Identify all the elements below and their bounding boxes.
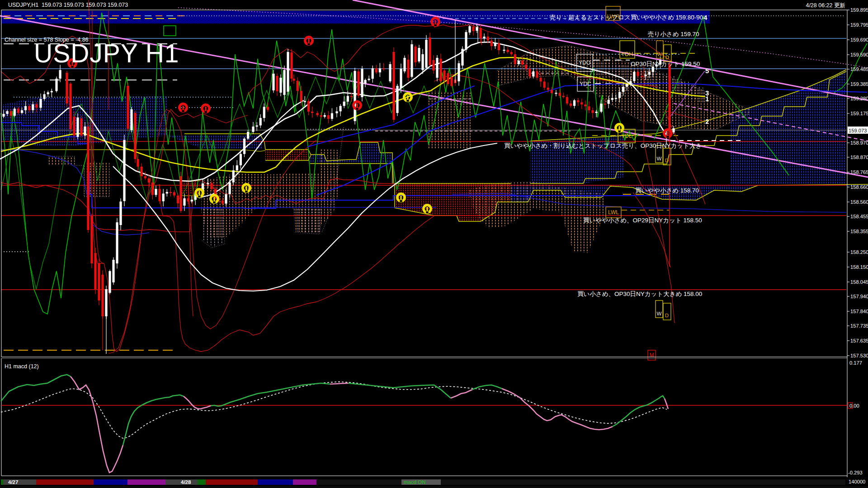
svg-text:買いやや小さめ、OP29日NYカット 158.50: 買いやや小さめ、OP29日NYカット 158.50 (583, 217, 702, 224)
svg-text:USDJPY H1: USDJPY H1 (34, 39, 179, 68)
svg-text:159.690: 159.690 (850, 37, 868, 42)
svg-text:5: 5 (705, 67, 709, 75)
svg-text:-0.293: -0.293 (848, 470, 863, 475)
svg-text:159.795: 159.795 (850, 22, 868, 28)
svg-text:4/28 06:22 更新: 4/28 06:22 更新 (806, 2, 845, 9)
svg-text:買いやや小さめ・割り込むとストップロス売り、OP30日NYカ: 買いやや小さめ・割り込むとストップロス売り、OP30日NYカット大き・ (504, 142, 708, 149)
svg-text:158.660: 158.660 (850, 184, 868, 190)
svg-text:158.045: 158.045 (850, 279, 868, 285)
svg-text:W: W (657, 156, 662, 161)
svg-text:159.485: 159.485 (850, 66, 868, 72)
svg-text:157.840: 157.840 (850, 309, 868, 314)
svg-text:USDJPY,H1 159.073 159.073 159: USDJPY,H1 159.073 159.073 159.073 159.07… (8, 2, 128, 8)
svg-text:YDH: YDH (621, 51, 633, 57)
svg-text:W: W (657, 52, 662, 57)
svg-text:売り：超えるとストップロス買いやや小さめ 159.80-90: 売り：超えるとストップロス買いやや小さめ 159.80-90 (550, 14, 703, 21)
svg-text:D: D (665, 313, 669, 318)
svg-text:158.455: 158.455 (850, 214, 868, 219)
svg-text:159.590: 159.590 (850, 52, 868, 57)
svg-text:158.150: 158.150 (850, 264, 868, 270)
svg-text:H1 macd (12): H1 macd (12) (5, 363, 39, 370)
svg-text:1: 1 (705, 95, 709, 103)
svg-text:YDO: YDO (579, 60, 590, 66)
svg-text:LWL: LWL (608, 209, 619, 216)
svg-text:157.530: 157.530 (850, 353, 868, 358)
svg-text:D: D (665, 158, 669, 163)
svg-text:158.765: 158.765 (850, 169, 868, 175)
svg-text:158.355: 158.355 (850, 229, 868, 234)
svg-text:157.735: 157.735 (850, 323, 868, 328)
svg-text:157.940: 157.940 (850, 294, 868, 299)
svg-text:158.970: 158.970 (850, 140, 868, 145)
svg-text:買い小さめ、OP30日NYカット大きめ 158.00: 買い小さめ、OP30日NYカット大きめ 158.00 (577, 291, 702, 297)
svg-text:158.250: 158.250 (850, 249, 868, 255)
svg-text:0.00: 0.00 (849, 403, 859, 408)
svg-text:159.385: 159.385 (850, 81, 868, 87)
svg-text:2: 2 (705, 117, 709, 125)
svg-text:158.560: 158.560 (850, 199, 868, 205)
svg-text:W: W (657, 311, 662, 316)
svg-text:D: D (665, 55, 669, 60)
svg-text:macd ON: macd ON (404, 479, 426, 485)
svg-text:140000: 140000 (849, 479, 865, 484)
svg-text:158.870: 158.870 (850, 155, 868, 160)
svg-text:0.177: 0.177 (849, 360, 862, 366)
svg-text:売り小さめ 159.70: 売り小さめ 159.70 (648, 31, 699, 38)
svg-text:OP30日NYカット 159.50: OP30日NYカット 159.50 (631, 61, 700, 67)
svg-text:YDC: YDC (580, 81, 591, 87)
svg-text:159.175: 159.175 (850, 111, 868, 116)
svg-text:YDL: YDL (621, 133, 632, 139)
svg-text:4/27: 4/27 (8, 479, 18, 485)
svg-text:4: 4 (703, 14, 708, 21)
svg-text:159.280: 159.280 (850, 96, 868, 101)
svg-text:買いやや小さめ 158.70: 買いやや小さめ 158.70 (635, 187, 699, 194)
svg-text:157.635: 157.635 (850, 338, 868, 343)
svg-text:M: M (650, 352, 654, 358)
svg-text:4/28: 4/28 (181, 479, 191, 485)
svg-text:159.073: 159.073 (849, 128, 867, 133)
svg-text:159.895: 159.895 (850, 7, 868, 13)
